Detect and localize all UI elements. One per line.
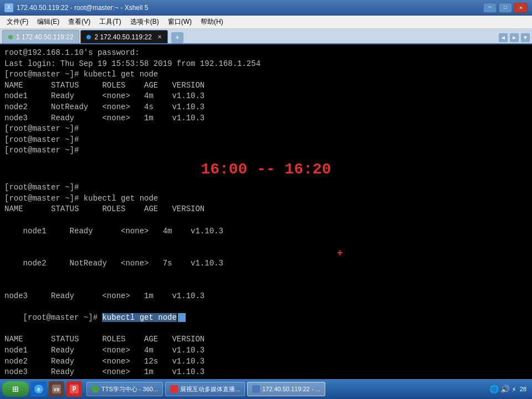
line-15: node2 NotReady <none> 7s v1.10.3 +	[4, 248, 528, 291]
line-6: node2 NotReady <none> 4s v1.10.3	[4, 102, 528, 113]
line-14: node1 Ready <none> 4m v1.10.3	[4, 215, 528, 248]
line-2: Last login: Thu Sep 19 15:53:58 2019 fro…	[4, 59, 528, 70]
taskbar-app-media-label: 展视互动多媒体直播...	[180, 385, 240, 393]
tab-status-dot-2	[86, 35, 91, 39]
new-tab-button[interactable]: +	[171, 32, 183, 43]
taskbar-icon-1[interactable]: e	[31, 381, 47, 397]
line-10: [root@master ~]#	[4, 145, 528, 156]
line-3: [root@master ~]# kubectl get node	[4, 69, 528, 80]
window-controls: ─ □ ✕	[483, 3, 528, 13]
menu-edit[interactable]: 编辑(E)	[33, 16, 64, 28]
tab-menu-button[interactable]: ▼	[521, 33, 530, 42]
cursor-block	[178, 313, 186, 322]
maximize-button[interactable]: □	[499, 3, 512, 13]
tab-prev-button[interactable]: ◀	[499, 33, 508, 42]
line-5: node1 Ready <none> 4m v1.10.3	[4, 91, 528, 102]
menu-tabs[interactable]: 选项卡(B)	[126, 16, 163, 28]
svg-text:V8: V8	[54, 387, 60, 393]
taskbar-icon-3[interactable]: P	[66, 381, 82, 397]
title-bar-left: X 172.40.50.119:22 - root@master:~ - Xsh…	[4, 3, 148, 12]
red-plus-icon: +	[337, 247, 343, 260]
menu-file[interactable]: 文件(F)	[2, 16, 33, 28]
line-9: [root@master ~]#	[4, 135, 528, 146]
tab-2[interactable]: 2 172.40.50.119:22 ✕	[80, 30, 167, 43]
tab-1[interactable]: 1 172.40.50.119:22	[2, 30, 79, 43]
line-13: NAME STATUS ROLES AGE VERSION	[4, 204, 528, 215]
taskbar-app-xshell[interactable]: 172.40.50.119:22 - ...	[247, 382, 325, 396]
menu-view[interactable]: 查看(V)	[64, 16, 95, 28]
line-7: node3 Ready <none> 1m v1.10.3	[4, 113, 528, 124]
battery-icon: ⚡	[511, 385, 516, 394]
tab-nav: ◀ ▶ ▼	[499, 33, 530, 43]
taskbar-icon-2[interactable]: V8	[49, 381, 64, 397]
line-19: node1 Ready <none> 4m v1.10.3	[4, 345, 528, 356]
tab-1-label: 1 172.40.50.119:22	[16, 33, 73, 41]
minimize-button[interactable]: ─	[483, 3, 497, 13]
svg-text:e: e	[37, 387, 40, 393]
start-button[interactable]: ⊞	[2, 381, 29, 397]
line-18: NAME STATUS ROLES AGE VERSION	[4, 334, 528, 345]
sys-tray-icons: 🌐 🔊 ⚡	[489, 385, 516, 394]
tab-next-button[interactable]: ▶	[510, 33, 519, 42]
taskbar-clock: 28	[520, 386, 526, 392]
line-17-cmd: [root@master ~]# kubectl get node	[4, 302, 528, 335]
tab-bar: 1 172.40.50.119:22 2 172.40.50.119:22 ✕ …	[0, 29, 532, 44]
line-20: node2 Ready <none> 12s v1.10.3	[4, 356, 528, 367]
time-display: 16:00 -- 16:20	[4, 156, 528, 182]
line-11: [root@master ~]#	[4, 182, 528, 193]
taskbar-app-tts[interactable]: TTS学习中心 - 360...	[86, 382, 163, 396]
menu-tools[interactable]: 工具(T)	[95, 16, 125, 28]
line-21: node3 Ready <none> 1m v1.10.3	[4, 367, 528, 378]
taskbar-apps: TTS学习中心 - 360... 展视互动多媒体直播... 172.40.50.…	[86, 382, 486, 396]
clock-number: 28	[520, 386, 526, 392]
taskbar-app-media[interactable]: 展视互动多媒体直播...	[165, 382, 245, 396]
line-8: [root@master ~]#	[4, 124, 528, 135]
taskbar-app-xshell-label: 172.40.50.119:22 - ...	[262, 386, 320, 392]
tab-status-dot-1	[8, 35, 13, 39]
line-12: [root@master ~]# kubectl get node	[4, 193, 528, 204]
tab-2-label: 2 172.40.50.119:22	[94, 33, 151, 41]
tab-close-icon[interactable]: ✕	[157, 34, 162, 40]
network-icon: 🌐	[489, 385, 499, 394]
menu-bar: 文件(F) 编辑(E) 查看(V) 工具(T) 选项卡(B) 窗口(W) 帮助(…	[0, 16, 532, 29]
line-4: NAME STATUS ROLES AGE VERSION	[4, 80, 528, 91]
taskbar: ⊞ e V8 P TTS学习中心 - 360... 展视互动多媒体直播... 1…	[0, 379, 532, 399]
svg-text:P: P	[72, 386, 76, 393]
terminal[interactable]: root@192.168.1.10's password: Last login…	[0, 44, 532, 385]
taskbar-right: 🌐 🔊 ⚡ 28	[486, 385, 530, 394]
window-title: 172.40.50.119:22 - root@master:~ - Xshel…	[17, 4, 148, 12]
line-16: node3 Ready <none> 1m v1.10.3	[4, 291, 528, 302]
title-bar: X 172.40.50.119:22 - root@master:~ - Xsh…	[0, 0, 532, 16]
menu-window[interactable]: 窗口(W)	[163, 16, 196, 28]
close-button[interactable]: ✕	[514, 3, 528, 13]
app-icon: X	[4, 3, 13, 12]
taskbar-quick-icons: e V8 P	[31, 381, 82, 397]
menu-help[interactable]: 帮助(H)	[196, 16, 228, 28]
volume-icon: 🔊	[500, 385, 510, 394]
highlighted-command: kubectl get node	[102, 313, 176, 322]
line-1: root@192.168.1.10's password:	[4, 48, 528, 59]
taskbar-app-tts-label: TTS学习中心 - 360...	[101, 385, 158, 393]
